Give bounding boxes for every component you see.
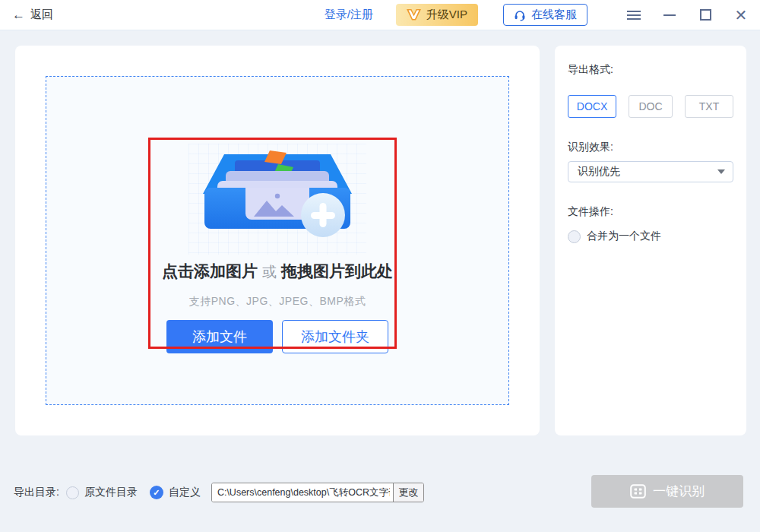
file-ops-label: 文件操作: bbox=[568, 205, 733, 219]
window-controls: ✕ bbox=[627, 8, 748, 22]
main-panel: 点击添加图片或拖拽图片到此处 支持PNG、JPG、JPEG、BMP格式 添加文件… bbox=[15, 46, 540, 435]
effect-label: 识别效果: bbox=[568, 141, 733, 154]
supported-formats-hint: 支持PNG、JPG、JPEG、BMP格式 bbox=[189, 295, 366, 309]
custom-dir-label: 自定义 bbox=[169, 486, 201, 499]
dropzone-title-drag: 拖拽图片到此处 bbox=[281, 262, 393, 280]
online-support-button[interactable]: 在线客服 bbox=[503, 4, 587, 26]
minimize-button[interactable] bbox=[663, 8, 676, 22]
headset-icon bbox=[514, 9, 526, 21]
output-path-group: 更改 bbox=[211, 483, 424, 502]
login-register-link[interactable]: 登录/注册 bbox=[325, 8, 373, 22]
add-folder-button[interactable]: 添加文件夹 bbox=[282, 320, 388, 353]
format-option-docx[interactable]: DOCX bbox=[568, 95, 616, 118]
merge-files-label: 合并为一个文件 bbox=[587, 230, 661, 243]
export-format-label: 导出格式: bbox=[568, 63, 613, 75]
export-dir-label: 导出目录: bbox=[14, 486, 59, 499]
effect-select[interactable]: 识别优先 bbox=[568, 161, 733, 182]
format-option-doc[interactable]: DOC bbox=[629, 95, 673, 118]
upgrade-vip-button[interactable]: 升级VIP bbox=[396, 4, 478, 26]
close-button[interactable]: ✕ bbox=[734, 8, 748, 22]
back-button[interactable]: ← 返回 bbox=[12, 8, 53, 22]
format-options: DOCX DOC TXT bbox=[568, 95, 733, 118]
online-support-label: 在线客服 bbox=[531, 8, 577, 22]
menu-icon bbox=[627, 11, 641, 20]
back-label: 返回 bbox=[30, 8, 53, 22]
titlebar: ← 返回 登录/注册 升级VIP 在线客服 bbox=[0, 0, 760, 30]
chevron-down-icon bbox=[717, 169, 725, 174]
add-file-button[interactable]: 添加文件 bbox=[166, 320, 273, 353]
close-icon: ✕ bbox=[735, 8, 748, 23]
dropzone-title-click: 点击添加图片 bbox=[162, 262, 258, 280]
vip-v-icon bbox=[407, 9, 421, 21]
menu-button[interactable] bbox=[627, 8, 641, 22]
maximize-icon bbox=[700, 9, 711, 21]
minimize-icon bbox=[663, 14, 676, 16]
back-arrow-icon: ← bbox=[12, 8, 25, 21]
custom-dir-option[interactable]: ✓ 自定义 bbox=[150, 486, 201, 499]
dropzone-buttons: 添加文件 添加文件夹 bbox=[166, 320, 388, 353]
recognize-button[interactable]: 一键识别 bbox=[591, 475, 743, 508]
effect-select-value: 识别优先 bbox=[578, 165, 717, 179]
change-path-button[interactable]: 更改 bbox=[393, 483, 423, 502]
export-dir-bar: 导出目录: 原文件目录 ✓ 自定义 更改 bbox=[14, 483, 424, 502]
maximize-button[interactable] bbox=[698, 8, 712, 22]
radio-unchecked-icon bbox=[568, 230, 581, 243]
titlebar-actions: 登录/注册 升级VIP 在线客服 bbox=[325, 4, 748, 26]
radio-unchecked-icon bbox=[66, 486, 79, 499]
original-dir-radio[interactable]: 原文件目录 bbox=[66, 486, 138, 499]
scan-icon bbox=[630, 484, 646, 499]
checked-circle-icon: ✓ bbox=[150, 486, 163, 499]
dropzone-title: 点击添加图片或拖拽图片到此处 bbox=[162, 261, 393, 282]
output-path-input[interactable] bbox=[212, 483, 393, 502]
dropzone-title-or: 或 bbox=[258, 264, 281, 280]
format-option-txt[interactable]: TXT bbox=[685, 95, 733, 118]
vip-label: 升级VIP bbox=[426, 8, 467, 22]
original-dir-label: 原文件目录 bbox=[84, 486, 138, 499]
upload-inbox-icon bbox=[188, 144, 366, 255]
image-dropzone[interactable]: 点击添加图片或拖拽图片到此处 支持PNG、JPG、JPEG、BMP格式 添加文件… bbox=[46, 76, 509, 405]
recognize-label: 一键识别 bbox=[653, 483, 705, 500]
settings-panel: 导出格式: DOCX DOC TXT 识别效果: 识别优先 文件操作: 合并为一… bbox=[555, 46, 746, 435]
merge-files-radio[interactable]: 合并为一个文件 bbox=[568, 230, 733, 243]
